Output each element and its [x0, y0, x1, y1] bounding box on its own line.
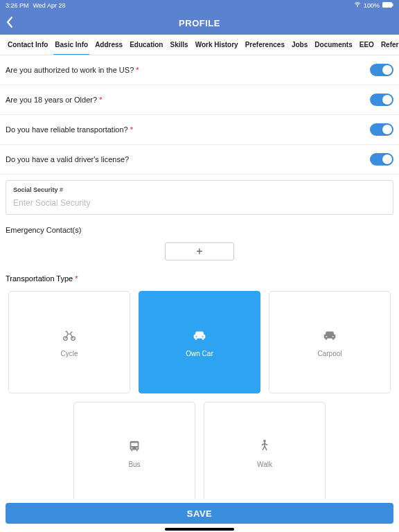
transport-option-label: Cycle: [60, 350, 78, 357]
question-toggle[interactable]: [370, 64, 393, 76]
emergency-contacts-label: Emergency Contact(s): [0, 220, 399, 240]
tab-eeo[interactable]: EEO: [356, 35, 378, 55]
svg-point-5: [196, 335, 197, 337]
question-toggle[interactable]: [370, 123, 393, 136]
tab-preferences[interactable]: Preferences: [242, 35, 288, 55]
question-row: Do you have reliable transportation? *: [0, 115, 399, 145]
back-button[interactable]: [6, 16, 14, 30]
question-label: Are you 18 years or Older? *: [6, 96, 102, 104]
tab-address[interactable]: Address: [91, 35, 126, 55]
tab-jobs[interactable]: Jobs: [288, 35, 311, 55]
question-label: Do you have a valid driver's license?: [6, 155, 129, 163]
svg-point-12: [136, 447, 138, 448]
svg-rect-2: [392, 3, 393, 6]
transportation-type-label: Transportation Type *: [0, 267, 399, 287]
tab-contact-info[interactable]: Contact Info: [4, 35, 51, 55]
svg-rect-14: [136, 450, 138, 451]
svg-rect-1: [382, 2, 392, 8]
plus-icon: +: [196, 245, 202, 257]
transport-option-label: Walk: [257, 461, 272, 468]
question-row: Are you authorized to work in the US? *: [0, 55, 399, 85]
bus-icon: [127, 438, 142, 455]
transportation-grid: CycleOwn CarCarpool: [0, 287, 399, 398]
svg-rect-10: [131, 443, 137, 446]
transportation-grid-row2: BusWalk: [0, 398, 399, 499]
content-scroll[interactable]: Are you authorized to work in the US? *A…: [0, 55, 399, 499]
svg-point-3: [64, 336, 68, 340]
transport-option-cycle[interactable]: Cycle: [8, 291, 130, 393]
tab-work-history[interactable]: Work History: [192, 35, 242, 55]
status-time: 3:26 PM: [6, 2, 29, 9]
svg-point-7: [326, 335, 328, 337]
svg-point-0: [357, 6, 358, 8]
page-title: PROFILE: [0, 18, 399, 28]
home-indicator: [165, 528, 234, 531]
bike-icon: [62, 328, 77, 344]
svg-rect-13: [131, 450, 132, 451]
question-label: Do you have reliable transportation? *: [6, 125, 133, 134]
svg-point-8: [332, 335, 334, 337]
ssn-label: Social Security #: [13, 186, 386, 193]
transport-option-walk[interactable]: Walk: [204, 402, 326, 499]
ssn-field-container: Social Security #: [6, 180, 393, 215]
status-date: Wed Apr 28: [33, 2, 66, 9]
walk-icon: [257, 438, 272, 455]
transport-option-own-car[interactable]: Own Car: [139, 291, 260, 393]
battery-icon: [382, 2, 393, 9]
save-button[interactable]: SAVE: [6, 503, 393, 524]
transport-option-label: Own Car: [186, 350, 213, 357]
svg-point-4: [71, 336, 76, 340]
transport-option-bus[interactable]: Bus: [73, 402, 195, 499]
profile-tabs: Contact InfoBasic InfoAddressEducationSk…: [0, 35, 399, 55]
tab-documents[interactable]: Documents: [311, 35, 355, 55]
question-toggle[interactable]: [370, 94, 393, 106]
transport-option-label: Carpool: [317, 350, 342, 357]
svg-point-11: [131, 447, 132, 448]
svg-point-6: [202, 335, 204, 337]
wifi-icon: [354, 2, 361, 9]
ssn-input[interactable]: [13, 198, 386, 208]
question-label: Are you authorized to work in the US? *: [6, 66, 139, 74]
tab-skills[interactable]: Skills: [166, 35, 191, 55]
add-emergency-contact-button[interactable]: +: [165, 242, 234, 260]
car-icon: [192, 328, 207, 344]
transport-option-carpool[interactable]: Carpool: [269, 291, 391, 393]
question-row: Do you have a valid driver's license?: [0, 145, 399, 175]
tab-education[interactable]: Education: [126, 35, 166, 55]
question-row: Are you 18 years or Older? *: [0, 85, 399, 115]
status-bar: 3:26 PM Wed Apr 28 100%: [0, 0, 399, 11]
battery-pct: 100%: [364, 2, 380, 9]
carpool-icon: [322, 328, 337, 344]
transport-option-label: Bus: [128, 461, 140, 468]
app-header: PROFILE: [0, 11, 399, 35]
question-toggle[interactable]: [370, 153, 393, 166]
footer: SAVE: [0, 499, 399, 532]
tab-references[interactable]: References: [378, 35, 399, 55]
tab-basic-info[interactable]: Basic Info: [51, 35, 91, 55]
